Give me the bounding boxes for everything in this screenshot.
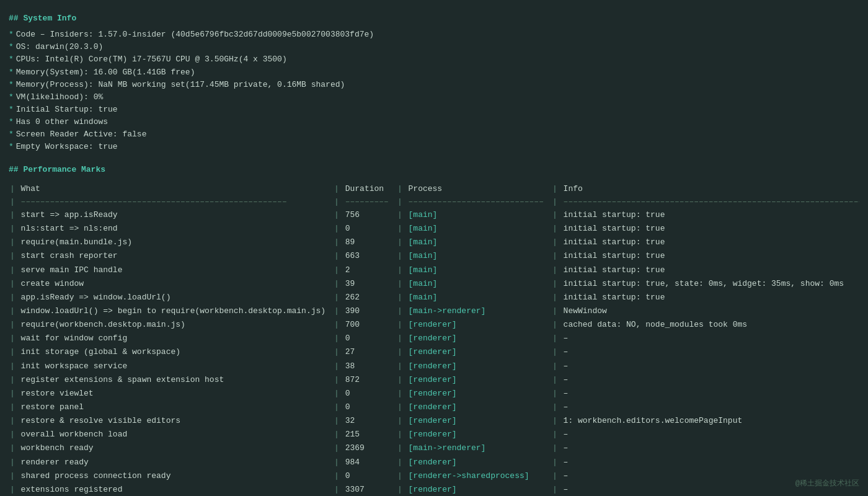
row-duration: | 0 (329, 222, 392, 236)
sep-process: | –––––––––––––––––––––––––––– (392, 196, 547, 208)
perf-table-wrapper: | What | Duration | Process | Info | | –… (9, 180, 859, 496)
row-info: | 1: workbench.editors.welcomePageInput (547, 414, 859, 428)
row-what: | window.loadUrl() => begin to require(w… (9, 304, 329, 318)
row-duration: | 663 (329, 249, 392, 263)
perf-table-header: | What | Duration | Process | Info | (9, 182, 859, 196)
sep-duration: | ––––––––– (329, 196, 392, 208)
row-duration: | 32 (329, 414, 392, 428)
row-duration: | 872 (329, 373, 392, 387)
row-duration: | 984 (329, 456, 392, 469)
row-duration: | 38 (329, 360, 392, 373)
table-row: | restore panel | 0 | [renderer] | – | (9, 401, 859, 414)
row-what: | require(workbench.desktop.main.js) (9, 318, 329, 332)
watermark: @稀土掘金技术社区 (795, 478, 859, 490)
perf-table-separator: | ––––––––––––––––––––––––––––––––––––––… (9, 196, 859, 208)
table-row: | restore viewlet | 0 | [renderer] | – | (9, 387, 859, 401)
row-process: | [main] (392, 222, 547, 236)
table-row: | register extensions & spawn extension … (9, 373, 859, 387)
row-info: | initial startup: true (547, 208, 859, 222)
row-duration: | 0 (329, 469, 392, 483)
system-info-line: *Code – Insiders: 1.57.0-insider (40d5e6… (9, 29, 859, 41)
row-info: | – (547, 401, 859, 414)
duration-header: | Duration (329, 182, 392, 196)
row-process: | [renderer->sharedprocess] (392, 469, 547, 483)
table-row: | overall workbench load | 215 | [render… (9, 428, 859, 441)
row-what: | start crash reporter (9, 249, 329, 263)
table-row: | renderer ready | 984 | [renderer] | – … (9, 456, 859, 469)
table-row: | window.loadUrl() => begin to require(w… (9, 304, 859, 318)
row-what: | register extensions & spawn extension … (9, 373, 329, 387)
row-process: | [renderer] (392, 483, 547, 496)
pipe-cell: | What (9, 182, 329, 196)
row-what: | workbench ready (9, 441, 329, 455)
row-process: | [renderer] (392, 373, 547, 387)
row-info: | NewWindow (547, 304, 859, 318)
system-info-line: *CPUs: Intel(R) Core(TM) i7-7567U CPU @ … (9, 53, 859, 66)
row-what: | extensions registered (9, 483, 329, 496)
table-row: | shared process connection ready | 0 | … (9, 469, 859, 483)
row-what: | restore panel (9, 401, 329, 414)
perf-marks-section: ## Performance Marks | What | Duration |… (9, 164, 859, 496)
row-info: | initial startup: true (547, 264, 859, 277)
table-row: | require(main.bundle.js) | 89 | [main] … (9, 236, 859, 249)
row-duration: | 0 (329, 332, 392, 345)
row-duration: | 262 (329, 291, 392, 304)
system-info-block: *Code – Insiders: 1.57.0-insider (40d5e6… (9, 29, 859, 153)
row-info: | – (547, 373, 859, 387)
row-process: | [renderer] (392, 387, 547, 401)
row-duration: | 0 (329, 387, 392, 401)
system-info-line: *Screen Reader Active: false (9, 128, 859, 141)
system-info-line: *OS: darwin(20.3.0) (9, 41, 859, 53)
table-row: | create window | 39 | [main] | initial … (9, 277, 859, 291)
row-what: | start => app.isReady (9, 208, 329, 222)
table-row: | init workspace service | 38 | [rendere… (9, 360, 859, 373)
system-info-line: *Memory(System): 16.00 GB(1.41GB free) (9, 66, 859, 79)
table-row: | start => app.isReady | 756 | [main] | … (9, 208, 859, 222)
row-what: | init storage (global & workspace) (9, 345, 329, 359)
row-duration: | 2 (329, 264, 392, 277)
table-row: | restore & resolve visible editors | 32… (9, 414, 859, 428)
row-what: | overall workbench load (9, 428, 329, 441)
row-info: | initial startup: true (547, 291, 859, 304)
row-info: | – (547, 345, 859, 359)
row-what: | init workspace service (9, 360, 329, 373)
row-process: | [main] (392, 277, 547, 291)
table-row: | nls:start => nls:end | 0 | [main] | in… (9, 222, 859, 236)
row-info: | initial startup: true (547, 236, 859, 249)
row-process: | [renderer] (392, 428, 547, 441)
row-duration: | 215 (329, 428, 392, 441)
table-row: | require(workbench.desktop.main.js) | 7… (9, 318, 859, 332)
info-header: | Info (547, 182, 859, 196)
row-process: | [renderer] (392, 401, 547, 414)
row-what: | require(main.bundle.js) (9, 236, 329, 249)
table-row: | extensions registered | 3307 | [render… (9, 483, 859, 496)
row-info: | – (547, 441, 859, 455)
row-process: | [main] (392, 208, 547, 222)
row-what: | restore & resolve visible editors (9, 414, 329, 428)
sep-what: | ––––––––––––––––––––––––––––––––––––––… (9, 196, 329, 208)
sep-info: | ––––––––––––––––––––––––––––––––––––––… (547, 196, 859, 208)
row-what: | serve main IPC handle (9, 264, 329, 277)
row-info: | cached data: NO, node_modules took 0ms (547, 318, 859, 332)
row-process: | [main] (392, 249, 547, 263)
perf-marks-heading: ## Performance Marks (9, 164, 859, 176)
row-what: | renderer ready (9, 456, 329, 469)
row-process: | [renderer] (392, 345, 547, 359)
table-row: | start crash reporter | 663 | [main] | … (9, 249, 859, 263)
row-info: | initial startup: true, state: 0ms, wid… (547, 277, 859, 291)
row-process: | [renderer] (392, 332, 547, 345)
system-info-line: *Initial Startup: true (9, 104, 859, 116)
row-duration: | 2369 (329, 441, 392, 455)
row-info: | – (547, 428, 859, 441)
table-row: | wait for window config | 0 | [renderer… (9, 332, 859, 345)
row-info: | – (547, 332, 859, 345)
row-process: | [renderer] (392, 360, 547, 373)
row-what: | create window (9, 277, 329, 291)
row-process: | [renderer] (392, 456, 547, 469)
row-what: | app.isReady => window.loadUrl() (9, 291, 329, 304)
row-duration: | 3307 (329, 483, 392, 496)
row-duration: | 0 (329, 401, 392, 414)
system-info-heading: ## System Info (9, 12, 859, 25)
row-info: | initial startup: true (547, 222, 859, 236)
row-what: | restore viewlet (9, 387, 329, 401)
